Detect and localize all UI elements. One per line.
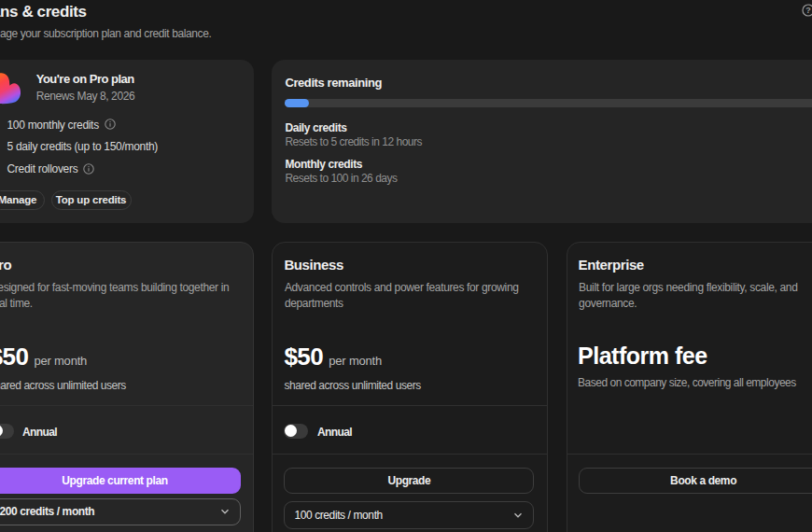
svg-text:?: ? <box>805 6 811 15</box>
